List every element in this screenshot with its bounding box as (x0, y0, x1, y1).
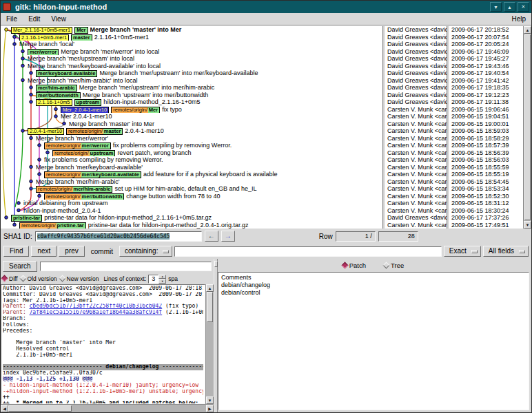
find-prev-button[interactable]: prev (59, 246, 84, 257)
scrollbar-thumb[interactable] (524, 34, 531, 220)
ref-remote-label[interactable]: remotes/origin/Mer (111, 107, 160, 114)
context-spinner[interactable]: 3 ▲ ▼ (148, 275, 166, 284)
pane-sash[interactable] (214, 259, 218, 412)
commit-row[interactable]: remotes/origin/mer/buttonwidthchange but… (1, 193, 523, 200)
commit-row[interactable]: Merge branch 'mer/upstream' into localDa… (1, 55, 523, 63)
commit-row[interactable]: Merge branch 'mer/him-arabic' into local… (1, 77, 523, 85)
radio-new-version[interactable]: New version (60, 275, 99, 282)
ref-tag-label[interactable]: 2.1.16-1+0m5-mer1 (19, 34, 69, 41)
commit-row[interactable]: mer/buttonwidthMerge branch 'upstream' i… (1, 92, 523, 99)
commit-row[interactable]: Mer_2.0.4-1-mer10remotes/origin/Merfix t… (1, 106, 523, 114)
scroll-down-icon[interactable]: ▼ (206, 396, 214, 404)
title-bar[interactable]: gitk: hildon-input-method ▼ ▲ ✕ (1, 1, 531, 13)
commit-row[interactable]: remotes/origin/pristine-tarpristine-tar … (1, 222, 523, 229)
commit-row[interactable]: 2.1.16-1+0m5-mer1master2.1.16-1+0m5-mer1… (1, 34, 523, 41)
find-next-button[interactable]: next (31, 246, 57, 257)
diff-search-input[interactable] (40, 262, 212, 271)
ref-tag-label[interactable]: Mer_2.1.16-1+0m5-mer1 (11, 27, 72, 34)
scroll-up-icon[interactable]: ▲ (524, 26, 531, 34)
commit-row[interactable]: Merge branch 'mer/keyboard-available' in… (1, 63, 523, 70)
fields-dropdown[interactable]: All fields (483, 246, 529, 257)
scroll-left-icon[interactable]: ◀ (1, 405, 8, 412)
commit-row[interactable]: remotes/origin/mer/keyboard-availableadd… (1, 171, 523, 178)
ref-head-label[interactable]: upstream (74, 99, 102, 106)
commit-row[interactable]: Merge branch 'mer/him-arabic'Carsten V. … (1, 178, 523, 186)
ref-remote-label[interactable]: remotes/origin/pristine-tar (19, 222, 86, 229)
scrollbar-thumb[interactable] (207, 292, 213, 322)
commit-row[interactable]: Merge branch 'mer/keyboard-available'Car… (1, 164, 523, 171)
ref-tag-label[interactable]: 2.0.4-1-mer10 (28, 128, 64, 135)
ref-head-label[interactable]: mer/keyboard-available (36, 70, 97, 77)
history-forward-button[interactable]: → (221, 231, 235, 242)
ref-remote-label[interactable]: remotes/origin/upstream (52, 150, 115, 157)
commit-row[interactable]: mer/keyboard-availableMerge branch 'mer/… (1, 70, 523, 77)
commit-detail-text[interactable]: Author: David Greaves <david@dgreaves.co… (1, 284, 205, 404)
file-list-item[interactable]: debian/changelog (221, 282, 526, 289)
minimize-button[interactable]: ▼ (490, 2, 502, 12)
radio-old-version[interactable]: Old version (21, 275, 57, 282)
context-value[interactable]: 3 (148, 275, 158, 284)
commit-row[interactable]: initial debianing from upstreamCarsten V… (1, 200, 523, 207)
commit-row[interactable]: remotes/origin/upstreamrevert patch, wro… (1, 149, 523, 157)
commit-row[interactable]: remotes/origin/mer/him-arabicset up HIM … (1, 185, 523, 193)
commit-row[interactable]: mer/werrorMerge branch 'mer/werror' into… (1, 48, 523, 56)
menu-edit[interactable]: Edit (23, 14, 45, 24)
sash-handle[interactable] (214, 261, 218, 267)
ref-head-label[interactable]: master (71, 34, 92, 41)
ref-head-label[interactable]: pristine-tar (11, 215, 42, 222)
file-list-item[interactable]: Comments (221, 274, 526, 282)
maximize-button[interactable]: ▲ (504, 2, 515, 12)
column-sash[interactable] (382, 26, 385, 229)
sha-link[interactable]: cbed9bdc51b7713bff22c258ff40c10b316cb042 (30, 304, 163, 309)
containing-dropdown[interactable]: containing: (119, 246, 172, 257)
commit-row[interactable]: mer/him-arabicMerge branch 'mer/upstream… (1, 84, 523, 92)
ref-tag-label[interactable]: 2.1.16-1+0m5 (36, 99, 72, 106)
commit-row[interactable]: 2.0.4-1-mer10remotes/origin/master2.0.4-… (1, 127, 523, 135)
menu-view[interactable]: View (45, 14, 72, 24)
menu-help[interactable]: Help (506, 14, 531, 24)
scroll-up-icon[interactable]: ▲ (206, 284, 214, 292)
file-list-item[interactable]: debian/control (221, 289, 526, 297)
commit-row[interactable]: pristine-tarpristine-tar data for hildon… (1, 214, 523, 222)
diff-vertical-scrollbar[interactable]: ▲ ▼ (205, 284, 214, 404)
diff-search-button[interactable]: Search (3, 261, 37, 272)
menu-file[interactable]: File (1, 14, 23, 24)
radio-diff[interactable]: Diff (2, 275, 18, 282)
radio-tree[interactable]: Tree (384, 262, 404, 269)
find-button[interactable]: Find (3, 246, 29, 257)
file-header[interactable]: debian/changelog (105, 364, 158, 370)
spin-down-icon[interactable]: ▼ (158, 279, 166, 284)
ref-remote-label[interactable]: remotes/origin/master (66, 128, 123, 135)
commit-list[interactable]: Mer_2.1.16-1+0m5-mer1MerMerge branch 'ma… (1, 26, 523, 229)
ref-remote-label[interactable]: remotes/origin/mer/him-arabic (36, 186, 112, 193)
commit-row[interactable]: fix problems compiling by removing Werro… (1, 156, 523, 164)
commit-row[interactable]: Merge branch 'mer/werror'Carsten V. Munk… (1, 135, 523, 142)
ref-head-label[interactable]: mer/him-arabic (36, 85, 77, 92)
sha1-entry[interactable]: c0affc9fc94357b6fce61d20ac0b2456de64c545 (35, 231, 202, 242)
find-input[interactable] (174, 246, 441, 257)
app-icon[interactable] (3, 3, 11, 11)
commit-row[interactable]: Mer 2.0.4-1-mer10Carsten V. Munk <carste… (1, 113, 523, 120)
commit-row[interactable]: remotes/origin/mer/werrorfix problems co… (1, 142, 523, 149)
ref-head-label[interactable]: Mer (74, 27, 88, 34)
commit-row[interactable]: hildon-input-method_2.0.4-1Carsten V. Mu… (1, 207, 523, 215)
file-list[interactable]: Commentsdebian/changelogdebian/control (218, 272, 529, 410)
ref-head-label[interactable]: mer/buttonwidth (36, 92, 81, 99)
ref-remote-label[interactable]: remotes/origin/mer/buttonwidth (44, 193, 124, 200)
commit-row[interactable]: Mer_2.1.16-1+0m5-mer1MerMerge branch 'ma… (1, 26, 523, 34)
commit-row[interactable]: Merge branch 'local'David Greaves <david… (1, 41, 523, 48)
close-button[interactable]: ✕ (518, 2, 529, 12)
ref-tag-label[interactable]: Mer_2.0.4-1-mer10 (61, 107, 109, 114)
ref-head-label[interactable]: mer/werror (28, 49, 59, 56)
commit-list-scrollbar[interactable]: ▲ ▼ (523, 26, 531, 229)
scroll-down-icon[interactable]: ▼ (524, 221, 531, 229)
commit-row[interactable]: Merge branch 'master' into MerCarsten V.… (1, 120, 523, 128)
commit-row[interactable]: 2.1.16-1+0m5upstreamhildon-input-method_… (1, 98, 523, 106)
radio-patch[interactable]: Patch (342, 262, 366, 269)
scroll-right-icon[interactable]: ▶ (206, 405, 214, 412)
ref-remote-label[interactable]: remotes/origin/mer/werror (44, 142, 111, 149)
diff-horizontal-scrollbar[interactable]: ◀ ▶ (1, 404, 214, 412)
scrollbar-track[interactable] (8, 405, 206, 412)
scrollbar-track[interactable] (206, 292, 214, 396)
sha-link[interactable]: 7af841ec5a155167e968a1ef18644aa38afc914f (30, 310, 163, 315)
